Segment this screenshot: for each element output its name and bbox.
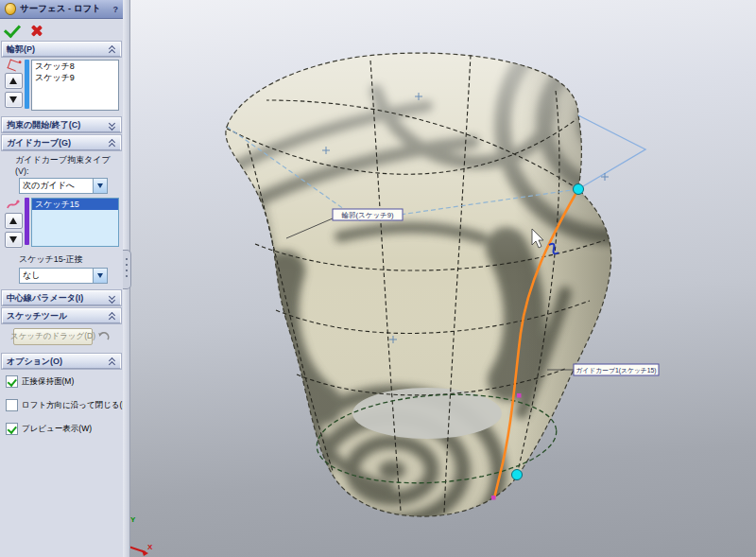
guide-callout-label: ガイドカーブ1(スケッチ15)	[576, 367, 656, 374]
profiles-header-label: 輪郭(P)	[7, 44, 35, 56]
move-profile-down-button[interactable]	[5, 92, 23, 108]
guide-curves-section-header[interactable]: ガイドカーブ(G)	[2, 135, 121, 150]
guide-curve-bottom-handle[interactable]	[512, 470, 523, 480]
guide-curve-top-handle[interactable]	[574, 184, 584, 195]
start-end-section-header[interactable]: 拘束の開始/終了(C)	[2, 117, 121, 132]
dropdown-arrow-icon[interactable]	[93, 269, 107, 283]
cancel-button[interactable]	[30, 25, 43, 37]
profiles-list[interactable]: スケッチ8スケッチ9	[31, 60, 119, 111]
profiles-section-header[interactable]: 輪郭(P)	[2, 42, 121, 57]
guide-curve-selector-icon	[7, 199, 20, 210]
guide-type-value: 次のガイドへ	[20, 180, 93, 192]
sketch-tools-section-header[interactable]: スケッチツール	[2, 308, 121, 323]
options-body: 正接保持面(M)ロフト方向に沿って閉じる(E)プレビュー表示(W)	[2, 369, 121, 441]
undo-icon[interactable]	[97, 332, 110, 342]
option-label: 正接保持面(M)	[22, 376, 74, 388]
checkbox[interactable]	[6, 399, 18, 411]
triad-y-label: Y	[130, 515, 136, 524]
sketch-tools-header-label: スケッチツール	[7, 310, 67, 322]
move-guide-up-button[interactable]	[5, 213, 23, 229]
panel-titlebar[interactable]: サーフェス - ロフト ?	[0, 0, 123, 19]
option-row[interactable]: プレビュー表示(W)	[6, 423, 117, 435]
start-end-section: 拘束の開始/終了(C)	[2, 117, 121, 132]
profile-selector-icon	[8, 60, 20, 72]
collapse-chevron-icon	[108, 357, 116, 366]
ok-button[interactable]	[4, 20, 21, 38]
move-guide-down-button[interactable]	[5, 232, 23, 248]
options-header-label: オプション(O)	[7, 356, 62, 368]
panel-splitter[interactable]	[123, 0, 130, 557]
expand-chevron-icon	[108, 294, 116, 303]
options-section: オプション(O) 正接保持面(M)ロフト方向に沿って閉じる(E)プレビュー表示(…	[2, 354, 121, 441]
move-profile-up-button[interactable]	[5, 73, 23, 89]
centerline-section: 中心線パラメータ(I)	[2, 290, 121, 305]
guide-accent-bar	[25, 198, 29, 245]
application-window: 輪郭(スケッチ9) ガイドカーブ1(スケッチ15) Y X Z	[0, 0, 756, 557]
centerline-header-label: 中心線パラメータ(I)	[7, 292, 83, 305]
loft-feature-icon	[5, 3, 16, 15]
loft-surface-model[interactable]	[225, 13, 726, 553]
option-label: プレビュー表示(W)	[22, 424, 92, 435]
start-end-header-label: 拘束の開始/終了(C)	[7, 119, 80, 131]
checkbox[interactable]	[6, 423, 18, 435]
options-section-header[interactable]: オプション(O)	[2, 354, 121, 369]
splitter-handle[interactable]	[123, 250, 131, 289]
option-label: ロフト方向に沿って閉じる(E)	[22, 400, 130, 411]
collapse-chevron-icon	[108, 45, 116, 54]
tangency-value: なし	[20, 270, 93, 282]
interior-bottom-face	[352, 388, 502, 439]
guide-type-label: ガイドカーブ拘束タイプ(V):	[4, 153, 119, 178]
dropdown-arrow-icon[interactable]	[93, 179, 107, 193]
option-row[interactable]: ロフト方向に沿って閉じる(E)	[6, 399, 117, 411]
profiles-section: 輪郭(P) スケッチ8スケッチ9	[2, 42, 121, 114]
guide-curves-section: ガイドカーブ(G) ガイドカーブ拘束タイプ(V): 次のガイドへ	[2, 135, 121, 287]
panel-title: サーフェス - ロフト	[20, 3, 110, 15]
sketch-endpoint-marker[interactable]	[491, 496, 496, 500]
tangency-dropdown[interactable]: なし	[19, 268, 108, 284]
checkbox[interactable]	[6, 375, 18, 388]
guide-list-item[interactable]: スケッチ15	[32, 199, 118, 210]
profile-list-item[interactable]: スケッチ8	[32, 61, 118, 72]
collapse-chevron-icon	[108, 312, 116, 321]
top-profile-sketch[interactable]	[578, 115, 645, 189]
drag-sketch-button[interactable]: スケッチのドラッグ(D)	[13, 328, 93, 345]
triad-x-label: X	[147, 543, 153, 551]
guide-type-dropdown[interactable]: 次のガイドへ	[19, 178, 108, 194]
profile-callout-label: 輪郭(スケッチ9)	[342, 211, 394, 219]
profiles-accent-bar	[25, 60, 29, 109]
collapse-chevron-icon	[108, 139, 116, 148]
tangency-label: スケッチ15-正接	[4, 252, 119, 268]
guide-list[interactable]: スケッチ15	[31, 198, 119, 247]
profile-list-item[interactable]: スケッチ9	[32, 72, 118, 83]
guide-curves-header-label: ガイドカーブ(G)	[7, 137, 71, 149]
centerline-section-header[interactable]: 中心線パラメータ(I)	[2, 290, 121, 305]
sketch-endpoint-marker[interactable]	[517, 393, 522, 398]
property-manager-panel: サーフェス - ロフト ? 輪郭(P) スケッチ	[0, 0, 124, 557]
sketch-tools-section: スケッチツール スケッチのドラッグ(D)	[2, 308, 121, 351]
expand-chevron-icon	[108, 121, 116, 130]
help-button[interactable]: ?	[113, 5, 119, 14]
option-row[interactable]: 正接保持面(M)	[6, 375, 117, 388]
